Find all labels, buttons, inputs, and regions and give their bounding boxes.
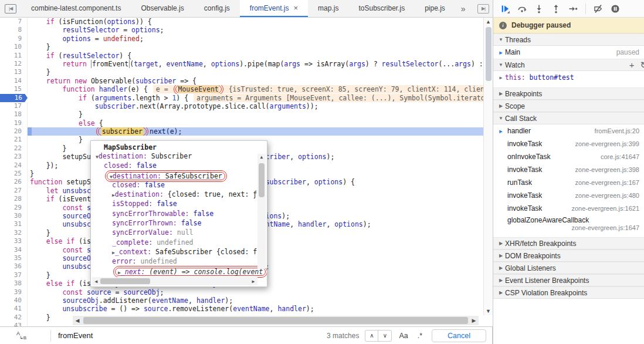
code-text[interactable]: else { (28, 119, 483, 127)
line-number[interactable]: 24 (0, 161, 28, 170)
line-number[interactable]: 18 (0, 110, 28, 119)
property-row-destination[interactable]: ▼destination: Subscriber (91, 152, 267, 161)
search-input[interactable] (51, 330, 327, 340)
line-number[interactable]: 26 (0, 178, 28, 186)
step-into-icon[interactable] (534, 4, 544, 14)
editor-vertical-scrollbar[interactable]: ▲ ▼ (483, 18, 493, 315)
code-text[interactable]: subscriber.next(Array.prototype.slice.ca… (28, 102, 483, 110)
line-number[interactable]: 30 (0, 212, 28, 220)
call-stack-frame-invokeTask[interactable]: invokeTaskzone-evergreen.js:1621 (493, 202, 644, 215)
section-header-breakpoints[interactable]: ▶Breakpoints (493, 87, 644, 100)
line-number[interactable]: 31 (0, 220, 28, 228)
call-stack-frame-invokeTask[interactable]: invokeTaskzone-evergreen.js:399 (493, 137, 644, 150)
line-number[interactable]: 32 (0, 229, 28, 237)
step-out-icon[interactable] (551, 4, 561, 14)
cancel-button[interactable]: Cancel (432, 329, 486, 342)
code-text[interactable]: if (arguments.length > 1) {arguments = A… (28, 94, 483, 102)
add-watch-icon[interactable]: + (629, 60, 635, 69)
code-text[interactable]: return fromEvent(target, eventName, opti… (28, 60, 483, 68)
section-header-call-stack[interactable]: ▼Call Stack (493, 112, 644, 124)
pause-on-exceptions-icon[interactable] (611, 4, 620, 14)
code-text[interactable]: resultSelector = options; (28, 26, 483, 34)
step-icon[interactable] (568, 4, 578, 14)
toggle-navigator-icon[interactable]: |◀ (5, 4, 16, 14)
code-text[interactable]: const source = sourceObj; (28, 288, 483, 296)
line-number[interactable]: 8 (0, 26, 28, 34)
tab-observable-js[interactable]: Observable.js (131, 0, 194, 17)
property-row-_next[interactable]: ▶_next: (event) => console.log(event (91, 267, 267, 276)
tab-combine-latest-component-ts[interactable]: combine-latest.component.ts (21, 0, 131, 17)
line-number[interactable]: 40 (0, 296, 28, 305)
editor-horizontal-scrollbar[interactable]: ◀ ▶ (73, 316, 479, 325)
line-number[interactable]: 37 (0, 271, 28, 279)
line-number[interactable]: 27 (0, 187, 28, 195)
property-row-destination[interactable]: ▶destination: {closed: true, next: ƒ (91, 190, 267, 200)
section-header-xhr-fetch-breakpoints[interactable]: ▶XHR/fetch Breakpoints (493, 237, 644, 249)
tab-map-js[interactable]: map.js (308, 0, 348, 17)
line-number[interactable]: 43 (0, 322, 28, 326)
step-over-icon[interactable] (517, 4, 527, 14)
code-text[interactable]: if (isFunction(options)) { (28, 18, 483, 26)
line-number[interactable]: 13 (0, 68, 28, 76)
deactivate-breakpoints-icon[interactable] (594, 4, 603, 14)
scroll-right-icon[interactable]: ▶ (469, 318, 479, 323)
line-number[interactable]: 12 (0, 60, 28, 68)
expander-closed-icon[interactable]: ▶ (497, 75, 505, 80)
line-number[interactable]: 28 (0, 195, 28, 203)
line-number[interactable]: 20 (0, 127, 28, 136)
next-match-button[interactable]: ∨ (378, 330, 391, 341)
more-tabs-icon[interactable]: » (455, 0, 472, 17)
thread-row-main[interactable]: ▸Mainpaused (493, 46, 644, 59)
code-text[interactable]: subscribernext(e); (28, 127, 483, 136)
line-number[interactable]: 7 (0, 18, 28, 26)
line-number[interactable]: 34 (0, 246, 28, 254)
line-number[interactable]: 23 (0, 153, 28, 161)
scroll-down-icon[interactable]: ▼ (484, 308, 493, 314)
popup-scroll-up-icon[interactable]: ▲ (257, 154, 266, 160)
scroll-left-icon[interactable]: ◀ (73, 318, 82, 323)
property-row-destination[interactable]: ▼destination: SafeSubscriber (91, 171, 267, 181)
line-number[interactable]: 9 (0, 35, 28, 43)
line-number[interactable]: 17 (0, 102, 28, 110)
code-text[interactable]: if (resultSelector) { (28, 52, 483, 60)
section-header-threads[interactable]: ▼Threads (493, 33, 644, 46)
watch-expression-row[interactable]: ▶this: button#test (493, 71, 644, 84)
line-number[interactable]: 38 (0, 279, 28, 288)
match-case-button[interactable]: Aa (399, 332, 408, 340)
code-text[interactable]: } (28, 68, 483, 76)
line-number[interactable]: 36 (0, 262, 28, 271)
scroll-up-icon[interactable]: ▲ (484, 19, 493, 25)
call-stack-frame-handler[interactable]: ▸handlerfromEvent.js:20 (493, 124, 644, 137)
popup-scroll-left-icon[interactable]: ◀ (92, 279, 100, 284)
code-text[interactable]: } (28, 110, 483, 119)
section-header-watch[interactable]: ▼Watch+↻ (493, 59, 644, 71)
tab-config-js[interactable]: config.js (194, 0, 240, 17)
line-number[interactable]: 39 (0, 288, 28, 296)
call-stack-frame-invokeTask[interactable]: invokeTaskzone-evergreen.js:398 (493, 163, 644, 176)
line-number[interactable]: 22 (0, 144, 28, 153)
property-row-_context[interactable]: ▶_context: SafeSubscriber {closed: f (91, 248, 267, 257)
section-header-dom-breakpoints[interactable]: ▶DOM Breakpoints (493, 249, 644, 262)
line-number[interactable]: 29 (0, 204, 28, 212)
code-text[interactable]: options = undefined; (28, 35, 483, 43)
previous-match-button[interactable]: ∧ (365, 330, 378, 341)
line-number[interactable]: 10 (0, 43, 28, 51)
section-header-event-listener-breakpoints[interactable]: ▶Event Listener Breakpoints (493, 274, 644, 286)
toggle-debugger-sidebar-icon[interactable]: ▶| (477, 4, 489, 14)
popup-horizontal-scrollbar[interactable]: ◀ ▶ (92, 277, 257, 285)
code-text[interactable]: return new Observable(subscriber => { (28, 77, 483, 85)
call-stack-frame-onInvokeTask[interactable]: onInvokeTaskcore.js:41647 (493, 150, 644, 163)
line-number[interactable]: 15 (0, 85, 28, 93)
refresh-watch-icon[interactable]: ↻ (640, 60, 644, 69)
resume-script-icon[interactable] (500, 4, 510, 14)
line-number[interactable]: 25 (0, 170, 28, 178)
section-header-global-listeners[interactable]: ▶Global Listeners (493, 262, 644, 274)
code-text[interactable]: } (28, 43, 483, 51)
line-number[interactable]: 33 (0, 237, 28, 245)
code-text[interactable]: unsubscribe = () => source.removeListene… (28, 305, 483, 313)
line-number[interactable]: 21 (0, 136, 28, 144)
breakpoint-line-number[interactable]: 16 (0, 94, 28, 102)
section-header-csp-violation-breakpoints[interactable]: ▶CSP Violation Breakpoints (493, 286, 644, 299)
line-number[interactable]: 19 (0, 119, 28, 127)
call-stack-frame-globalZoneAwareCallback[interactable]: globalZoneAwareCallbackzone-evergreen.js… (493, 215, 644, 237)
